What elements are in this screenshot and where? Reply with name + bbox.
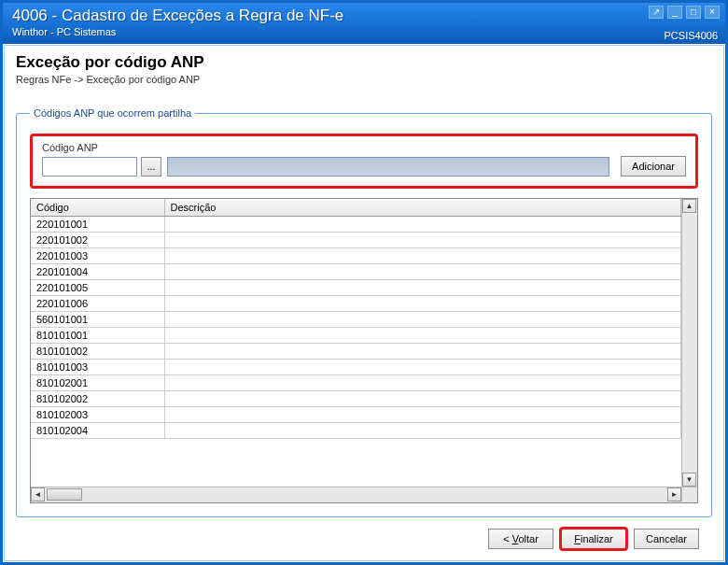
cell-codigo: 810102004: [31, 422, 164, 438]
codigo-anp-label: Código ANP: [42, 142, 686, 153]
window-controls: ↗ _ □ ×: [649, 6, 720, 19]
cell-descricao: [164, 343, 681, 359]
cell-codigo: 810102003: [31, 406, 164, 422]
cell-descricao: [164, 422, 681, 438]
finalizar-button[interactable]: Finalizar: [561, 529, 626, 549]
table-row[interactable]: 810101003: [31, 359, 681, 374]
cell-codigo: 220101001: [31, 216, 164, 232]
vertical-scrollbar[interactable]: ▲ ▼: [681, 199, 697, 487]
cell-codigo: 810102001: [31, 374, 164, 390]
table-row[interactable]: 810101002: [31, 343, 681, 359]
cell-descricao: [164, 359, 681, 374]
cell-descricao: [164, 232, 681, 247]
voltar-button[interactable]: < Voltar: [488, 529, 553, 549]
lookup-button[interactable]: ...: [141, 157, 161, 177]
table-row[interactable]: 220101005: [31, 279, 681, 295]
horizontal-scrollbar[interactable]: ◄ ►: [31, 487, 697, 502]
scroll-thumb[interactable]: [47, 488, 82, 501]
cell-descricao: [164, 374, 681, 390]
cell-codigo: 220101004: [31, 263, 164, 279]
cell-codigo: 810101003: [31, 359, 164, 374]
cell-codigo: 220101002: [31, 232, 164, 247]
app-window: 4006 - Cadastro de Exceções a Regra de N…: [0, 0, 728, 565]
cell-codigo: 560101001: [31, 311, 164, 327]
window-title: 4006 - Cadastro de Exceções a Regra de N…: [12, 7, 718, 25]
table-row[interactable]: 810101001: [31, 327, 681, 343]
cancelar-button[interactable]: Cancelar: [634, 529, 699, 549]
cell-descricao: [164, 216, 681, 232]
cell-codigo: 220101005: [31, 279, 164, 295]
data-grid: Código Descrição 22010100122010100222010…: [30, 198, 698, 503]
input-row: ... Adicionar: [42, 156, 686, 177]
restore-icon[interactable]: ↗: [649, 6, 664, 19]
page-title: Exceção por código ANP: [16, 53, 712, 72]
cell-codigo: 220101003: [31, 247, 164, 263]
table-row[interactable]: 810102003: [31, 406, 681, 422]
footer-buttons: < Voltar Finalizar Cancelar: [16, 517, 712, 551]
close-button[interactable]: ×: [705, 6, 720, 19]
cell-codigo: 220101006: [31, 295, 164, 311]
scroll-left-icon[interactable]: ◄: [31, 487, 45, 501]
breadcrumb: Regras NFe -> Exceção por código ANP: [16, 74, 712, 85]
column-descricao[interactable]: Descrição: [164, 199, 681, 216]
table-row[interactable]: 220101006: [31, 295, 681, 311]
group-codigos-anp: Códigos ANP que ocorrem partilha Código …: [16, 107, 712, 517]
scroll-right-icon[interactable]: ►: [667, 487, 681, 501]
scroll-corner: [681, 487, 697, 501]
table-row[interactable]: 220101003: [31, 247, 681, 263]
system-id: PCSIS4006: [665, 30, 718, 41]
table-row[interactable]: 810102001: [31, 374, 681, 390]
table-row[interactable]: 810102004: [31, 422, 681, 438]
cell-descricao: [164, 311, 681, 327]
scroll-up-icon[interactable]: ▲: [682, 199, 696, 213]
minimize-button[interactable]: _: [667, 6, 682, 19]
scroll-down-icon[interactable]: ▼: [682, 473, 696, 487]
cell-codigo: 810101002: [31, 343, 164, 359]
table-row[interactable]: 220101002: [31, 232, 681, 247]
table-row[interactable]: 220101004: [31, 263, 681, 279]
cell-descricao: [164, 406, 681, 422]
cell-descricao: [164, 295, 681, 311]
codigo-anp-description: [167, 157, 609, 177]
cell-descricao: [164, 327, 681, 343]
content-area: Exceção por código ANP Regras NFe -> Exc…: [4, 45, 724, 561]
cell-descricao: [164, 263, 681, 279]
maximize-button[interactable]: □: [686, 6, 701, 19]
cell-codigo: 810102002: [31, 390, 164, 406]
table-row[interactable]: 810102002: [31, 390, 681, 406]
codigos-table: Código Descrição 22010100122010100222010…: [31, 199, 681, 439]
table-row[interactable]: 220101001: [31, 216, 681, 232]
window-subtitle: Winthor - PC Sistemas: [12, 26, 718, 37]
cell-descricao: [164, 247, 681, 263]
adicionar-button[interactable]: Adicionar: [621, 156, 686, 177]
input-block: Código ANP ... Adicionar: [30, 134, 698, 189]
table-row[interactable]: 560101001: [31, 311, 681, 327]
titlebar: 4006 - Cadastro de Exceções a Regra de N…: [3, 3, 725, 44]
codigo-anp-input[interactable]: [42, 157, 137, 177]
column-codigo[interactable]: Código: [31, 199, 164, 216]
group-legend: Códigos ANP que ocorrem partilha: [30, 107, 195, 119]
cell-codigo: 810101001: [31, 327, 164, 343]
cell-descricao: [164, 279, 681, 295]
cell-descricao: [164, 390, 681, 406]
